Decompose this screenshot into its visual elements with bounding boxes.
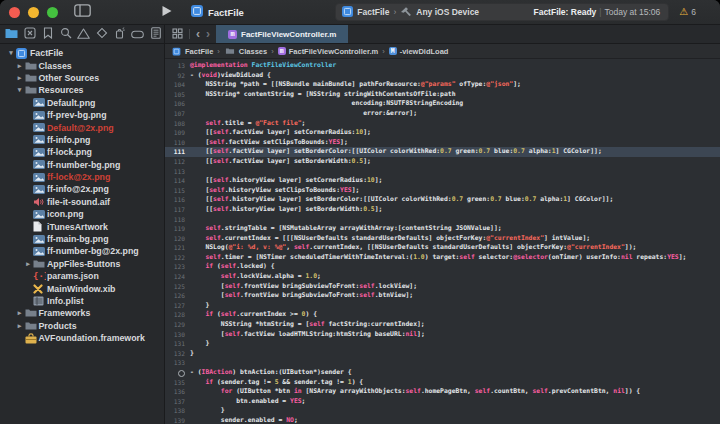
line-number[interactable]: 138 — [165, 406, 190, 416]
sidebar-item[interactable]: {·}params.json — [0, 270, 164, 282]
disclosure-closed-icon[interactable]: ▸ — [23, 260, 33, 268]
sidebar-item[interactable]: ▸Products — [0, 320, 164, 332]
code-line[interactable]: 132} — [165, 349, 720, 359]
disclosure-closed-icon[interactable]: ▸ — [15, 309, 25, 317]
code-line[interactable]: - (IBAction) btnAction:(UIButton*)sender… — [165, 368, 720, 378]
sidebar-item[interactable]: icon.png — [0, 208, 164, 220]
code-line[interactable]: 108 self.title = @"Fact file"; — [165, 119, 720, 129]
sidebar-item[interactable]: ff-number-bg@2x.png — [0, 245, 164, 257]
line-number[interactable]: 122 — [165, 253, 190, 263]
line-number[interactable]: 112 — [165, 157, 190, 167]
line-number[interactable]: 114 — [165, 176, 190, 186]
sidebar-item[interactable]: iTunesArtwork — [0, 220, 164, 232]
navigator-tab-breakpoints[interactable] — [131, 27, 144, 41]
code-line[interactable]: 135 if (sender.tag != 5 && sender.tag !=… — [165, 378, 720, 388]
code-line[interactable]: 92- (void)viewDidLoad { — [165, 71, 720, 81]
disclosure-open-icon[interactable]: ▾ — [6, 49, 16, 57]
sidebar-item[interactable]: Info.plist — [0, 295, 164, 307]
line-number[interactable]: 139 — [165, 416, 190, 424]
editor-tab[interactable]: m FactFileViewController.m — [216, 25, 348, 43]
line-number[interactable]: 119 — [165, 224, 190, 234]
line-number[interactable]: 109 — [165, 128, 190, 138]
navigator-tab-project[interactable] — [5, 27, 18, 41]
navigator-tab-tests[interactable] — [95, 27, 108, 41]
sidebar-item[interactable]: Default@2x.png — [0, 121, 164, 133]
line-number[interactable]: 105 — [165, 90, 190, 100]
sidebar-item[interactable]: Default.png — [0, 97, 164, 109]
source-editor[interactable]: 13@implementation FactFileViewController… — [165, 59, 720, 424]
line-number[interactable]: 120 — [165, 234, 190, 244]
code-line[interactable]: 133 — [165, 358, 720, 368]
navigator-tab-issues[interactable] — [77, 27, 90, 41]
line-number[interactable]: 130 — [165, 330, 190, 340]
code-line[interactable]: 127 } — [165, 301, 720, 311]
sidebar-item[interactable]: ▾FactFile — [0, 47, 164, 59]
code-line[interactable]: 129 NSString *htmString = [self factStri… — [165, 320, 720, 330]
navigator-tab-source-control[interactable] — [23, 27, 36, 41]
line-number[interactable]: 126 — [165, 291, 190, 301]
sidebar-item[interactable]: ff-lock@2x.png — [0, 171, 164, 183]
line-number[interactable]: 125 — [165, 282, 190, 292]
navigator-tab-symbols[interactable] — [41, 27, 54, 41]
minimize-window-button[interactable] — [28, 7, 39, 18]
code-line[interactable]: 121 NSLog(@"i: %d, v: %@", self.currentI… — [165, 243, 720, 253]
sidebar-item[interactable]: MainWindow.xib — [0, 282, 164, 294]
code-line[interactable]: 139 sender.enabled = NO; — [165, 416, 720, 424]
code-line[interactable]: 117 [[self.historyView layer] setBorderW… — [165, 205, 720, 215]
code-line[interactable]: 124 self.lockView.alpha = 1.0; — [165, 272, 720, 282]
line-number[interactable]: 136 — [165, 387, 190, 397]
code-line[interactable]: 116 [[self.historyView layer] setBorderC… — [165, 195, 720, 205]
line-number[interactable]: 113 — [165, 167, 190, 177]
line-number[interactable]: 110 — [165, 138, 190, 148]
disclosure-closed-icon[interactable]: ▸ — [15, 74, 25, 82]
breadcrumb-segment[interactable]: Classes — [224, 46, 267, 56]
ibaction-connector-icon[interactable] — [178, 370, 186, 378]
line-number[interactable]: 132 — [165, 349, 190, 359]
sidebar-item[interactable]: ▸Classes — [0, 59, 164, 71]
sidebar-item[interactable]: ff-prev-bg.png — [0, 109, 164, 121]
sidebar-item[interactable]: ▸Frameworks — [0, 307, 164, 319]
code-line[interactable]: 13@implementation FactFileViewController — [165, 61, 720, 71]
breadcrumb-segment[interactable]: mFactFileViewController.m — [278, 47, 378, 56]
code-line[interactable]: 112 [[self.factView layer] setBorderWidt… — [165, 157, 720, 167]
line-number[interactable]: 92 — [165, 71, 190, 81]
disclosure-open-icon[interactable]: ▾ — [15, 86, 25, 94]
line-number[interactable]: 133 — [165, 358, 190, 368]
back-button[interactable]: ‹ — [196, 29, 200, 39]
code-line[interactable]: 128 if (self.currentIndex >= 0) { — [165, 310, 720, 320]
related-items-icon[interactable] — [172, 25, 183, 43]
sidebar-item[interactable]: ▸Other Sources — [0, 72, 164, 84]
scheme-selector[interactable]: FactFile › Any iOS Device — [342, 6, 479, 19]
breadcrumb-segment[interactable]: M-viewDidLoad — [389, 47, 449, 56]
line-number[interactable]: 127 — [165, 301, 190, 311]
forward-button[interactable]: › — [206, 29, 210, 39]
line-number[interactable]: 118 — [165, 215, 190, 225]
navigator-tab-reports[interactable] — [149, 27, 162, 41]
code-line[interactable]: 131 } — [165, 339, 720, 349]
sidebar-item[interactable]: ff-main-bg.png — [0, 233, 164, 245]
code-line[interactable]: 137 btn.enabled = YES; — [165, 397, 720, 407]
line-number[interactable]: 131 — [165, 339, 190, 349]
line-number[interactable]: 129 — [165, 320, 190, 330]
sidebar-item[interactable]: file-it-sound.aif — [0, 196, 164, 208]
sidebar-item[interactable]: ▸AppFiles-Buttons — [0, 258, 164, 270]
code-line[interactable]: 136 for (UIButton *btn in [NSArray array… — [165, 387, 720, 397]
line-number[interactable]: 108 — [165, 119, 190, 129]
code-line[interactable]: 118 — [165, 215, 720, 225]
line-number[interactable]: 123 — [165, 262, 190, 272]
sidebar-item[interactable]: ff-info.png — [0, 134, 164, 146]
toggle-navigator-button[interactable] — [74, 4, 91, 20]
navigator-tab-find[interactable] — [59, 27, 72, 41]
code-line[interactable]: 107 error:&error]; — [165, 109, 720, 119]
close-window-button[interactable] — [9, 7, 20, 18]
line-number[interactable]: 115 — [165, 186, 190, 196]
sidebar-item[interactable]: ff-info@2x.png — [0, 183, 164, 195]
sidebar-item[interactable]: AVFoundation.framework — [0, 332, 164, 344]
line-number[interactable]: 116 — [165, 195, 190, 205]
code-line[interactable]: 119 self.stringTable = [NSMutableArray a… — [165, 224, 720, 234]
disclosure-closed-icon[interactable]: ▸ — [15, 62, 25, 70]
line-number[interactable]: 121 — [165, 243, 190, 253]
code-line[interactable]: 126 [self.frontView bringSubviewToFront:… — [165, 291, 720, 301]
code-line[interactable]: 106 encoding:NSUTF8StringEncoding — [165, 99, 720, 109]
line-number[interactable]: 106 — [165, 99, 190, 109]
